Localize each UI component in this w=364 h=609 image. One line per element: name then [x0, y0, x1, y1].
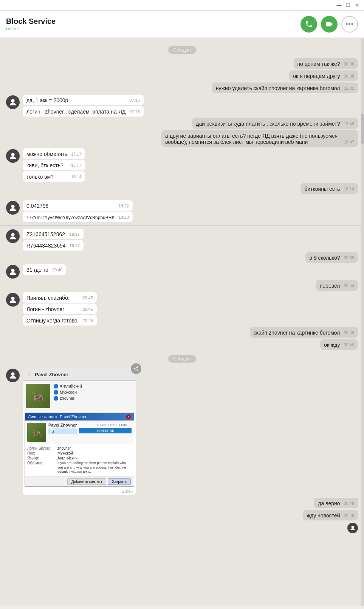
- message-bubble: Отпишу когда готово. 20:45: [23, 315, 97, 326]
- skype-dialog-titlebar: Личные данные Pavel Zhovner ✕: [25, 413, 134, 421]
- message-text: киви, бтк есть?: [26, 162, 64, 168]
- message-time: 02:02: [344, 86, 354, 90]
- message-bubble: 0,042798 18:22: [23, 200, 133, 211]
- message-time: 19:17: [70, 232, 80, 237]
- close-button[interactable]: ✕: [353, 2, 361, 9]
- close-dialog-button[interactable]: Закрыть: [108, 478, 131, 485]
- skype-profile-details: 🔵 Английский 🔵 Мужской 🔵 zhovner: [53, 381, 136, 411]
- message-bubble: 31 где то 20:40: [23, 264, 66, 275]
- msg-row: в $ сколько? 20:39: [0, 251, 364, 263]
- user-avatar-icon: [9, 268, 17, 276]
- svg-point-0: [11, 99, 14, 103]
- image-message-time: 20:46: [23, 488, 136, 495]
- skype-lang-label: 🔵: [53, 384, 60, 388]
- header-actions: •••: [300, 16, 358, 33]
- message-text: Логин - zhovner: [26, 306, 64, 312]
- message-bubble: в $ сколько? 20:39: [305, 252, 358, 263]
- bottom-avatar-row: [0, 521, 364, 535]
- message-bubble: R764434823654 19:17: [23, 240, 84, 251]
- message-text: 31 где то: [26, 267, 48, 273]
- skype-dialog-footer: Добавить контакт Закрыть: [25, 477, 134, 486]
- skype-username: Pavel Zhovner: [35, 372, 68, 377]
- detail-label: Языки:: [27, 456, 57, 460]
- video-icon: [325, 20, 333, 28]
- message-text: Z216645152862: [26, 231, 65, 237]
- message-text: 17kYmTtYyy4tWdY9y7ovzAgtVcBhphuBHK: [26, 215, 115, 220]
- skype-contact-actions: в ваш список конт... контактов: [79, 423, 132, 442]
- avatar: [6, 149, 20, 163]
- message-bubble: логин - zhovner , сделаем, оплата на ЯД …: [23, 106, 144, 117]
- detail-label: Обо мне:: [27, 461, 57, 474]
- detail-value: Мужской: [57, 451, 73, 455]
- message-bubble: перевел 20:44: [316, 280, 358, 291]
- user-avatar-icon: [9, 232, 17, 240]
- msg-row: скайп zhovner на картинке богомол 20:46: [0, 326, 364, 338]
- message-text: нужно удалить скайп zhovner на картинке …: [216, 85, 340, 91]
- user-avatar-icon: [9, 204, 17, 212]
- forward-icon[interactable]: [131, 363, 141, 374]
- skype-screenshot-bubble: ☆ Pavel Zhovner 🦗 🔵 Английский: [23, 368, 136, 495]
- svg-point-5: [11, 297, 14, 300]
- avatar: [6, 265, 20, 279]
- message-time: 20:46: [344, 343, 354, 347]
- skype-close-btn[interactable]: ✕: [126, 414, 131, 419]
- message-text: жду новостей: [307, 512, 340, 519]
- message-bubble: ок я передам другу 00:08: [289, 70, 358, 81]
- message-bubble: Принял, спасибо. 20:45: [23, 292, 97, 303]
- image-message-container: ☆ Pavel Zhovner 🦗 🔵 Английский: [23, 368, 136, 495]
- message-time: 00:08: [344, 62, 354, 66]
- date-separator-1: Сегодня: [0, 46, 364, 53]
- skype-profile-header: ☆ Pavel Zhovner: [23, 368, 136, 381]
- message-bubble: только вм? 18:14: [23, 171, 85, 182]
- message-text: Отпишу когда готово.: [26, 318, 79, 324]
- scrollbar-track[interactable]: [361, 38, 364, 606]
- message-time: 18:23: [118, 215, 129, 220]
- message-bubble: по ценам так же? 00:08: [294, 58, 358, 69]
- msg-row: Z216645152862 19:17 R764434823654 19:17: [0, 228, 364, 251]
- more-options-button[interactable]: •••: [341, 16, 358, 33]
- skype-login-row: 🔵 zhovner: [53, 396, 133, 401]
- titlebar: — ❐ ✕: [0, 0, 364, 11]
- detail-value: Английский: [57, 456, 77, 460]
- call-button[interactable]: [300, 16, 317, 33]
- message-bubble: 17kYmTtYyy4tWdY9y7ovzAgtVcBhphuBHK 18:23: [23, 212, 133, 222]
- skype-lang-row: 🔵 Английский: [53, 384, 133, 389]
- skype-add-to-contacts: 📊: [48, 428, 77, 434]
- video-call-button[interactable]: [321, 16, 338, 33]
- message-bubble: биткоины есть 18:14: [300, 183, 358, 194]
- avatar: [6, 293, 20, 307]
- skype-avatar-image: 🦗: [26, 384, 50, 408]
- minimize-button[interactable]: —: [335, 2, 343, 9]
- message-bubble: да, 1 акк = 2000р 07:15: [23, 95, 144, 105]
- skype-gender-value: Мужской: [60, 390, 77, 394]
- svg-point-2: [11, 205, 14, 208]
- message-time: 18:14: [344, 187, 354, 191]
- contacts-button[interactable]: контактов: [79, 428, 132, 433]
- avatar: [6, 369, 20, 382]
- avatar: [6, 201, 20, 215]
- message-text: R764434823654: [26, 243, 66, 249]
- msg-row: биткоины есть 18:14: [0, 182, 364, 195]
- maximize-button[interactable]: ❐: [344, 2, 352, 9]
- scrollbar-thumb[interactable]: [361, 114, 364, 144]
- skype-login-value: zhovner: [60, 396, 74, 400]
- message-time: 18:22: [118, 204, 129, 208]
- message-bubble: киви, бтк есть? 17:17: [23, 160, 85, 170]
- msg-row: дай реквизиты куда платить . сколько по …: [0, 117, 364, 129]
- detail-value: If you are adding me then please explain…: [57, 461, 132, 474]
- add-contact-button[interactable]: Добавить контакт: [67, 478, 107, 485]
- message-text: скайп zhovner на картинке богомол: [254, 330, 340, 336]
- message-time: 20:39: [344, 255, 354, 260]
- skype-detail-lang: Языки: Английский: [27, 456, 132, 460]
- msg-row: ок я передам другу 00:08: [0, 70, 364, 82]
- message-text: можно обменять: [26, 151, 67, 157]
- bottom-avatar: [347, 523, 358, 533]
- message-time: 18:14: [71, 174, 82, 179]
- message-text: 0,042798: [26, 203, 48, 209]
- message-time: 07:15: [129, 98, 140, 103]
- star-icon: ☆: [27, 371, 32, 377]
- contact-status: online: [6, 26, 56, 31]
- svg-point-1: [11, 153, 14, 156]
- message-text: биткоины есть: [304, 186, 340, 192]
- msg-row-image: ☆ Pavel Zhovner 🦗 🔵 Английский: [0, 366, 364, 497]
